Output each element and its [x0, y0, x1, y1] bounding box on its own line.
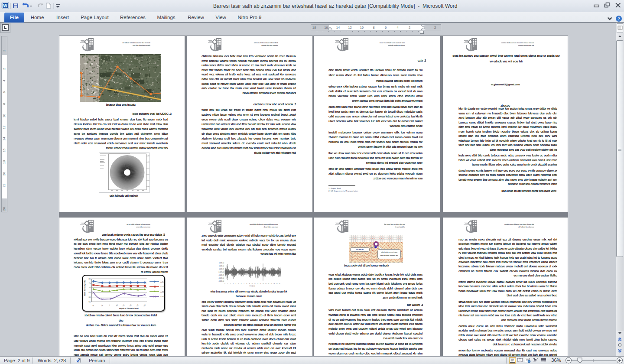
svg-text:z=10m: z=10m	[160, 286, 165, 288]
svg-text:17: 17	[271, 283, 272, 285]
svg-text:5: 5	[238, 283, 239, 285]
svg-text:depth of Phreatic level: depth of Phreatic level	[119, 307, 139, 309]
svg-text:0: 0	[92, 304, 94, 307]
svg-text:W: W	[3, 3, 7, 8]
svg-text:-12: -12	[122, 304, 125, 307]
svg-text:6: 6	[241, 283, 242, 285]
svg-text:0: 0	[224, 283, 225, 285]
svg-text:-15: -15	[129, 304, 132, 307]
svg-text:9: 9	[249, 283, 250, 285]
svg-text:15: 15	[265, 283, 266, 285]
svg-text:-5.00E-05: -5.00E-05	[218, 274, 224, 276]
svg-text:70: 70	[89, 286, 91, 289]
svg-text:5.00E-05: 5.00E-05	[219, 268, 224, 270]
svg-text:18: 18	[273, 283, 275, 285]
svg-text:0.00E+00: 0.00E+00	[219, 271, 224, 273]
svg-text:7: 7	[244, 283, 244, 285]
svg-text:-7: -7	[108, 304, 111, 307]
svg-text:1: 1	[228, 283, 228, 285]
svg-text:60: 60	[89, 296, 91, 298]
svg-text:4: 4	[235, 283, 236, 285]
svg-text:8: 8	[247, 283, 247, 285]
svg-text:-17: -17	[136, 304, 139, 307]
svg-text:-1.50E-04: -1.50E-04	[218, 280, 224, 282]
svg-text:time (sec): time (sec)	[249, 285, 255, 287]
svg-text:2: 2	[230, 283, 231, 285]
svg-text:-10: -10	[115, 304, 118, 307]
svg-text:14: 14	[263, 283, 264, 285]
svg-text:z=20m: z=20m	[160, 291, 165, 293]
svg-text:55: 55	[89, 301, 91, 303]
svg-text:1.00E-04: 1.00E-04	[219, 265, 224, 267]
svg-text:80: 80	[89, 278, 91, 280]
svg-text:11: 11	[254, 283, 256, 285]
svg-text:19: 19	[276, 283, 277, 285]
svg-text:-1.00E-04: -1.00E-04	[218, 277, 224, 279]
svg-text:RMS Velocity-Vdb: RMS Velocity-Vdb	[84, 280, 86, 296]
svg-text:3: 3	[233, 283, 234, 285]
svg-text:?: ?	[618, 16, 620, 21]
svg-text:16: 16	[268, 283, 269, 285]
svg-text:-20: -20	[143, 304, 146, 307]
svg-text:1.50E-04: 1.50E-04	[219, 262, 224, 264]
svg-text:13: 13	[260, 283, 261, 285]
svg-text:65: 65	[89, 291, 91, 293]
svg-text:12: 12	[257, 283, 258, 285]
svg-text:z=0m: z=0m	[160, 281, 164, 283]
svg-text:z=30m: z=30m	[160, 296, 165, 298]
svg-text:75: 75	[89, 282, 91, 284]
svg-text:-5: -5	[101, 304, 104, 307]
svg-text:10: 10	[252, 283, 253, 285]
svg-text:20: 20	[279, 283, 280, 285]
